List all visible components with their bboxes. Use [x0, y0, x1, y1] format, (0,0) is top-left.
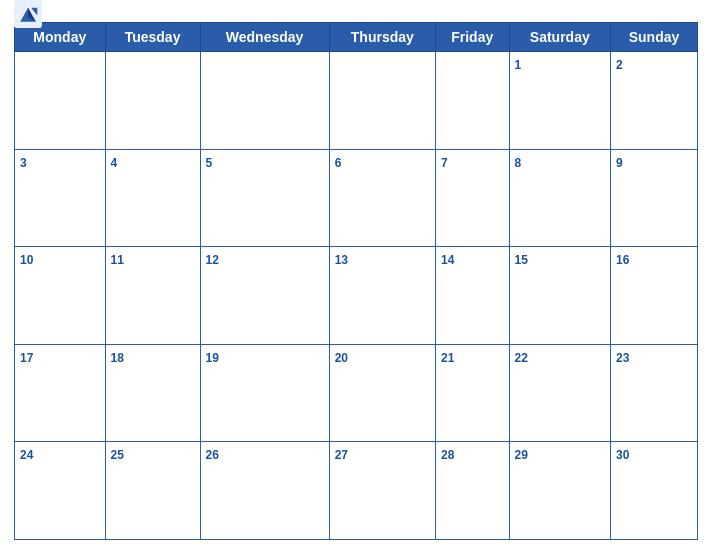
- calendar-cell: 12: [200, 247, 329, 345]
- calendar-container: MondayTuesdayWednesdayThursdayFridaySatu…: [0, 0, 712, 550]
- calendar-cell: 20: [329, 344, 435, 442]
- day-number: 17: [20, 351, 33, 365]
- week-row-1: 12: [15, 52, 698, 150]
- calendar-cell: 30: [611, 442, 698, 540]
- day-number: 16: [616, 253, 629, 267]
- day-number: 21: [441, 351, 454, 365]
- week-row-2: 3456789: [15, 149, 698, 247]
- calendar-cell: 29: [509, 442, 611, 540]
- week-row-4: 17181920212223: [15, 344, 698, 442]
- day-number: 10: [20, 253, 33, 267]
- day-header-tuesday: Tuesday: [105, 23, 200, 52]
- week-row-3: 10111213141516: [15, 247, 698, 345]
- calendar-cell: 5: [200, 149, 329, 247]
- day-number: 1: [515, 58, 522, 72]
- calendar-cell: 23: [611, 344, 698, 442]
- day-number: 20: [335, 351, 348, 365]
- calendar-cell: 28: [435, 442, 509, 540]
- calendar-cell: 17: [15, 344, 106, 442]
- day-header-wednesday: Wednesday: [200, 23, 329, 52]
- calendar-cell: 10: [15, 247, 106, 345]
- calendar-cell: 25: [105, 442, 200, 540]
- day-number: 8: [515, 156, 522, 170]
- calendar-cell: 18: [105, 344, 200, 442]
- calendar-cell: [105, 52, 200, 150]
- calendar-cell: 14: [435, 247, 509, 345]
- day-header-friday: Friday: [435, 23, 509, 52]
- day-number: 3: [20, 156, 27, 170]
- day-number: 27: [335, 448, 348, 462]
- calendar-cell: 1: [509, 52, 611, 150]
- day-number: 28: [441, 448, 454, 462]
- day-number: 19: [206, 351, 219, 365]
- day-number: 30: [616, 448, 629, 462]
- day-number: 11: [111, 253, 124, 267]
- day-number: 7: [441, 156, 448, 170]
- day-number: 29: [515, 448, 528, 462]
- calendar-cell: 24: [15, 442, 106, 540]
- calendar-cell: 19: [200, 344, 329, 442]
- day-number: 14: [441, 253, 454, 267]
- day-number: 22: [515, 351, 528, 365]
- day-number: 25: [111, 448, 124, 462]
- calendar-cell: 21: [435, 344, 509, 442]
- day-number: 9: [616, 156, 623, 170]
- calendar-cell: 15: [509, 247, 611, 345]
- calendar-cell: 22: [509, 344, 611, 442]
- calendar-cell: 2: [611, 52, 698, 150]
- calendar-header: [14, 10, 698, 16]
- calendar-cell: 7: [435, 149, 509, 247]
- calendar-cell: 8: [509, 149, 611, 247]
- days-header-row: MondayTuesdayWednesdayThursdayFridaySatu…: [15, 23, 698, 52]
- day-number: 15: [515, 253, 528, 267]
- day-number: 6: [335, 156, 342, 170]
- day-number: 24: [20, 448, 33, 462]
- day-number: 2: [616, 58, 623, 72]
- day-header-sunday: Sunday: [611, 23, 698, 52]
- day-number: 4: [111, 156, 118, 170]
- calendar-cell: [15, 52, 106, 150]
- day-number: 23: [616, 351, 629, 365]
- calendar-table: MondayTuesdayWednesdayThursdayFridaySatu…: [14, 22, 698, 540]
- calendar-cell: 11: [105, 247, 200, 345]
- calendar-cell: 16: [611, 247, 698, 345]
- calendar-cell: 6: [329, 149, 435, 247]
- calendar-cell: 26: [200, 442, 329, 540]
- day-header-saturday: Saturday: [509, 23, 611, 52]
- day-number: 26: [206, 448, 219, 462]
- calendar-cell: 3: [15, 149, 106, 247]
- day-number: 12: [206, 253, 219, 267]
- calendar-cell: 4: [105, 149, 200, 247]
- calendar-cell: [435, 52, 509, 150]
- calendar-cell: [329, 52, 435, 150]
- calendar-cell: [200, 52, 329, 150]
- day-number: 18: [111, 351, 124, 365]
- week-row-5: 24252627282930: [15, 442, 698, 540]
- logo: [14, 0, 45, 28]
- day-number: 5: [206, 156, 213, 170]
- calendar-cell: 13: [329, 247, 435, 345]
- day-number: 13: [335, 253, 348, 267]
- logo-icon: [14, 0, 42, 28]
- calendar-cell: 9: [611, 149, 698, 247]
- day-header-thursday: Thursday: [329, 23, 435, 52]
- calendar-cell: 27: [329, 442, 435, 540]
